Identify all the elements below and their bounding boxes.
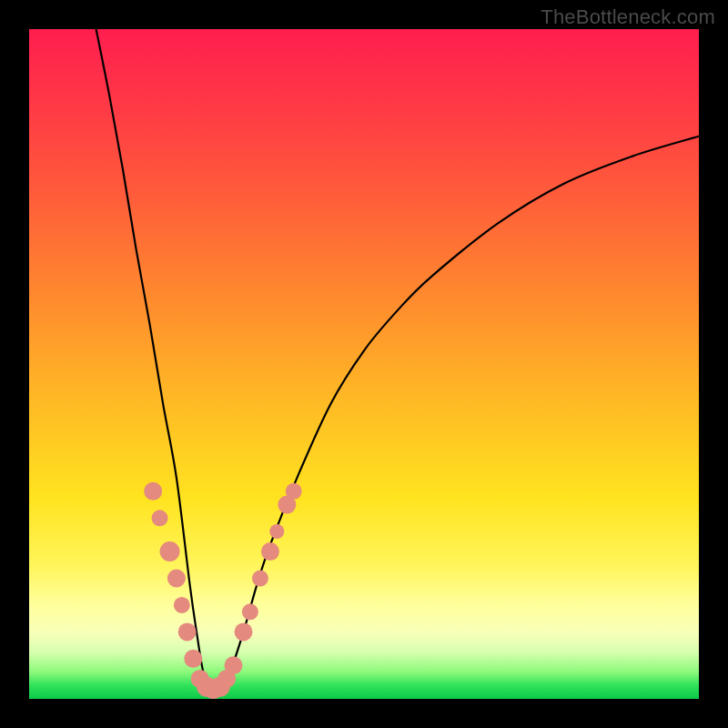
marker-dot [184,650,202,668]
chart-svg [29,29,699,699]
marker-dot [269,524,284,539]
marker-dot [261,542,279,561]
marker-dot [144,482,162,500]
marker-dot [286,483,302,500]
marker-dot [235,622,253,641]
marker-dot [152,510,168,526]
marker-dot [242,603,258,620]
chart-frame: TheBottleneck.com [0,0,728,728]
marker-dot [178,622,197,641]
marker-dot [252,571,268,587]
marker-dot [174,597,190,613]
marker-dot [160,541,180,561]
marker-dot [167,570,186,588]
bottleneck-curve [96,29,699,691]
marker-dot [224,656,242,674]
marker-group [144,482,302,699]
plot-area [29,29,699,699]
watermark-text: TheBottleneck.com [541,5,715,29]
